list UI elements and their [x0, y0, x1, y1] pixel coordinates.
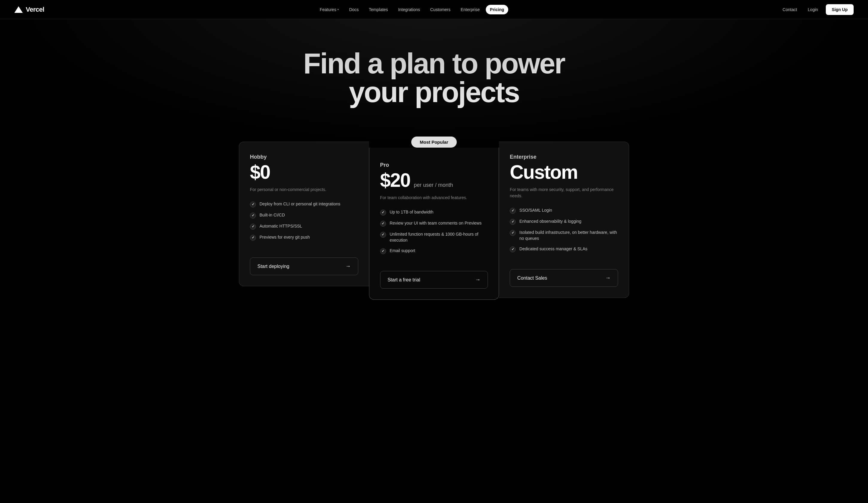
- vercel-triangle-icon: [14, 6, 23, 13]
- pro-features: Up to 1TB of bandwidth Review your UI wi…: [380, 209, 488, 259]
- nav-integrations[interactable]: Integrations: [394, 5, 424, 14]
- check-icon: [510, 230, 516, 236]
- check-icon: [250, 202, 256, 207]
- nav-customers[interactable]: Customers: [426, 5, 455, 14]
- hobby-description: For personal or non-commercial projects.: [250, 186, 358, 193]
- pro-description: For team collaboration with advanced fea…: [380, 195, 488, 201]
- nav-features[interactable]: Features ▾: [316, 5, 343, 14]
- enterprise-feature-1: SSO/SAML Login: [510, 207, 618, 214]
- hero-section: Find a plan to power your projects: [0, 19, 868, 131]
- nav-enterprise[interactable]: Enterprise: [456, 5, 484, 14]
- nav-contact[interactable]: Contact: [780, 5, 800, 14]
- pro-price: $20: [380, 171, 410, 190]
- hobby-feature-2: Built-in CI/CD: [250, 212, 358, 218]
- pricing-cards-grid: Hobby $0 For personal or non-commercial …: [239, 142, 629, 300]
- check-icon: [250, 213, 256, 218]
- enterprise-plan-name: Enterprise: [510, 154, 618, 160]
- check-icon: [510, 219, 516, 225]
- hobby-feature-1: Deploy from CLI or personal git integrat…: [250, 201, 358, 207]
- signup-button[interactable]: Sign Up: [826, 4, 854, 15]
- pro-price-suffix: per user / month: [414, 182, 453, 188]
- nav-links: Features ▾ Docs Templates Integrations C…: [316, 5, 508, 14]
- pro-feature-4: Email support: [380, 248, 488, 254]
- pro-plan-name: Pro: [380, 162, 488, 168]
- start-free-trial-button[interactable]: Start a free trial →: [380, 271, 488, 289]
- start-deploying-button[interactable]: Start deploying →: [250, 257, 358, 275]
- enterprise-plan-card: Enterprise Custom For teams with more se…: [499, 142, 629, 298]
- check-icon: [380, 248, 386, 254]
- chevron-down-icon: ▾: [337, 8, 339, 11]
- hobby-plan-name: Hobby: [250, 154, 358, 160]
- nav-docs[interactable]: Docs: [345, 5, 363, 14]
- hobby-features: Deploy from CLI or personal git integrat…: [250, 201, 358, 246]
- pro-price-row: $20 per user / month: [380, 171, 488, 191]
- enterprise-price: Custom: [510, 163, 577, 182]
- check-icon: [250, 235, 256, 241]
- nav-pricing[interactable]: Pricing: [486, 5, 508, 14]
- nav-login[interactable]: Login: [805, 5, 821, 14]
- hero-title: Find a plan to power your projects: [299, 49, 569, 106]
- check-icon: [250, 224, 256, 230]
- enterprise-description: For teams with more security, support, a…: [510, 186, 618, 199]
- enterprise-feature-2: Enhanced observability & logging: [510, 218, 618, 225]
- hobby-feature-4: Previews for every git push: [250, 234, 358, 241]
- popular-badge-wrapper: Most Popular: [239, 136, 629, 147]
- pricing-section: Most Popular Hobby $0 For personal or no…: [225, 131, 643, 324]
- hobby-price: $0: [250, 163, 270, 182]
- enterprise-price-row: Custom: [510, 163, 618, 183]
- nav-right: Contact Login Sign Up: [780, 4, 854, 15]
- pro-feature-1: Up to 1TB of bandwidth: [380, 209, 488, 216]
- main-navigation: Vercel Features ▾ Docs Templates Integra…: [0, 0, 868, 19]
- enterprise-feature-3: Isolated build infrastructure, on better…: [510, 230, 618, 241]
- hobby-feature-3: Automatic HTTPS/SSL: [250, 223, 358, 230]
- arrow-right-icon: →: [605, 275, 611, 281]
- pro-plan-card: Pro $20 per user / month For team collab…: [369, 147, 499, 300]
- logo[interactable]: Vercel: [14, 6, 44, 13]
- nav-templates[interactable]: Templates: [364, 5, 392, 14]
- check-icon: [380, 220, 386, 227]
- check-icon: [510, 208, 516, 214]
- logo-text: Vercel: [26, 6, 44, 13]
- check-icon: [510, 246, 516, 253]
- arrow-right-icon: →: [475, 277, 480, 283]
- contact-sales-button[interactable]: Contact Sales →: [510, 269, 618, 287]
- arrow-right-icon: →: [345, 263, 351, 269]
- hobby-price-row: $0: [250, 163, 358, 183]
- hobby-plan-card: Hobby $0 For personal or non-commercial …: [239, 142, 369, 286]
- pro-feature-3: Unlimited function requests & 1000 GB-ho…: [380, 232, 488, 243]
- pro-feature-2: Review your UI with team comments on Pre…: [380, 220, 488, 227]
- enterprise-features: SSO/SAML Login Enhanced observability & …: [510, 207, 618, 257]
- check-icon: [380, 232, 386, 238]
- popular-badge: Most Popular: [411, 136, 456, 147]
- enterprise-feature-4: Dedicated success manager & SLAs: [510, 246, 618, 253]
- check-icon: [380, 209, 386, 216]
